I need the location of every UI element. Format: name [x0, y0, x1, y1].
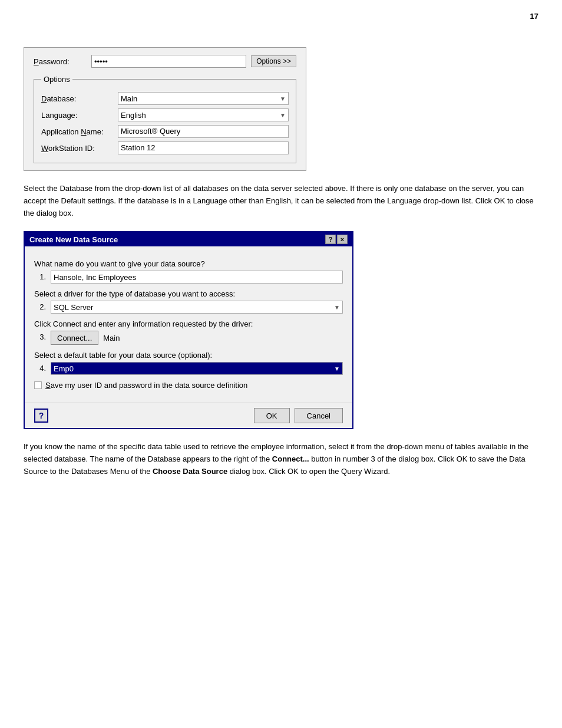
dialog-titlebar: Create New Data Source ? ×	[25, 232, 352, 246]
connect-button[interactable]: Connect...	[51, 331, 98, 345]
options-dialog: Password: Options >> Options Database: M…	[24, 47, 306, 171]
options-fieldset: Options Database: Main ▼ Language: Engli…	[34, 75, 296, 163]
language-row: Language: English ▼	[41, 108, 289, 121]
cancel-button[interactable]: Cancel	[295, 408, 343, 423]
save-credentials-label: Save my user ID and password in the data…	[45, 381, 247, 390]
step3-row: 3. Connect... Main	[34, 331, 343, 345]
step4-label: Select a default table for your data sou…	[34, 351, 343, 360]
language-value: English	[121, 111, 146, 120]
step1: What name do you want to give your data …	[34, 259, 343, 284]
dropdown-arrow-step4: ▼	[334, 365, 340, 372]
step1-input[interactable]	[51, 271, 343, 284]
step3-main-text: Main	[103, 334, 120, 342]
step2-dropdown[interactable]: SQL Server ▼	[51, 301, 343, 314]
connect-bold: Connect...	[272, 454, 309, 463]
dialog-bottom-row: ? OK Cancel	[25, 403, 352, 428]
database-row: Database: Main ▼	[41, 92, 289, 105]
step1-row: 1.	[34, 271, 343, 284]
step2-label: Select a driver for the type of database…	[34, 289, 343, 298]
appname-label: Application Name:	[41, 127, 118, 136]
dialog-help-button[interactable]: ?	[34, 409, 48, 423]
save-credentials-row: Save my user ID and password in the data…	[34, 381, 343, 390]
save-credentials-checkbox[interactable]	[34, 381, 42, 389]
help-titlebar-button[interactable]: ?	[325, 235, 336, 244]
database-label: Database:	[41, 94, 118, 103]
step4: Select a default table for your data sou…	[34, 351, 343, 375]
options-button[interactable]: Options >>	[251, 55, 296, 67]
step4-row: 4. Emp0 ▼	[34, 362, 343, 375]
database-value: Main	[121, 94, 137, 103]
choose-datasource-bold: Choose Data Source	[153, 467, 227, 476]
password-row: Password: Options >>	[34, 55, 296, 68]
step2: Select a driver for the type of database…	[34, 289, 343, 314]
dialog-title: Create New Data Source	[29, 235, 118, 244]
step3-connect-row: Connect... Main	[51, 331, 120, 345]
password-label: Password:	[34, 57, 87, 66]
step4-dropdown[interactable]: Emp0 ▼	[51, 362, 343, 375]
ok-button[interactable]: OK	[254, 408, 290, 423]
titlebar-buttons: ? ×	[325, 235, 348, 244]
options-legend: Options	[41, 75, 72, 84]
dropdown-arrow-step2: ▼	[334, 304, 340, 311]
step2-row: 2. SQL Server ▼	[34, 301, 343, 314]
paragraph2-after: dialog box. Click OK to open the Query W…	[227, 467, 390, 476]
step4-num: 4.	[34, 362, 46, 373]
appname-row: Application Name: Microsoft® Query	[41, 125, 289, 138]
dialog-action-buttons: OK Cancel	[254, 408, 343, 423]
database-dropdown[interactable]: Main ▼	[118, 92, 289, 105]
create-new-data-source-dialog: Create New Data Source ? × What name do …	[24, 231, 353, 429]
dropdown-arrow-database: ▼	[280, 95, 286, 102]
step1-num: 1.	[34, 271, 46, 281]
step2-value: SQL Server	[54, 303, 93, 312]
page-number: 17	[530, 12, 538, 21]
step4-value: Emp0	[54, 364, 74, 373]
password-input[interactable]	[91, 55, 246, 68]
step3-label: Click Connect and enter any information …	[34, 319, 343, 328]
workstation-label: WorkStation ID:	[41, 144, 118, 153]
paragraph1: Select the Database from the drop-down l…	[24, 183, 538, 219]
step2-num: 2.	[34, 301, 46, 311]
dialog-content: What name do you want to give your data …	[25, 246, 352, 403]
step1-label: What name do you want to give your data …	[34, 259, 343, 268]
step3-num: 3.	[34, 331, 46, 341]
dropdown-arrow-language: ▼	[280, 112, 286, 118]
paragraph2: If you know the name of the specific dat…	[24, 441, 538, 477]
workstation-value: Station 12	[118, 141, 289, 154]
step3: Click Connect and enter any information …	[34, 319, 343, 345]
appname-value: Microsoft® Query	[118, 125, 289, 138]
workstation-row: WorkStation ID: Station 12	[41, 141, 289, 154]
language-label: Language:	[41, 111, 118, 120]
close-titlebar-button[interactable]: ×	[337, 235, 348, 244]
language-dropdown[interactable]: English ▼	[118, 108, 289, 121]
